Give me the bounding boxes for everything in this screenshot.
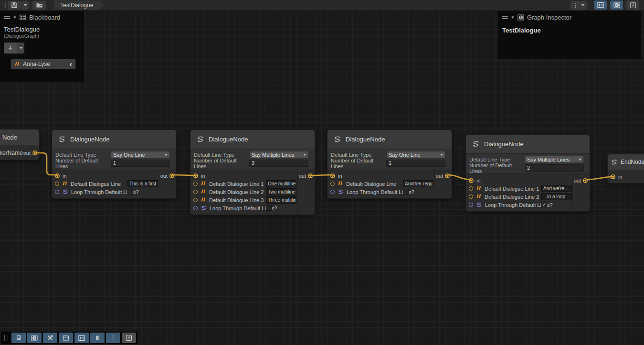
loop-port[interactable]: [193, 206, 198, 210]
node-dialogue-3[interactable]: DialogueNode Default Line Type Say One L…: [327, 129, 452, 199]
out-port[interactable]: [445, 173, 450, 178]
inspector-toggle-button[interactable]: [610, 0, 623, 10]
loop-node-icon: [201, 205, 207, 211]
dialogue-line-port[interactable]: [55, 182, 59, 186]
dialogue-line-port[interactable]: [469, 186, 473, 191]
line-type-dropdown[interactable]: Say Multiple Lines: [249, 151, 308, 158]
blackboard-icon: [78, 335, 85, 341]
inspector-button[interactable]: [27, 333, 42, 343]
line-type-dropdown[interactable]: Say One Line: [386, 151, 445, 158]
loop-checkbox[interactable]: ✓: [541, 202, 547, 207]
in-port-label: in: [618, 174, 623, 180]
node-start[interactable]: Node kerName out: [0, 129, 40, 160]
auto-process-button[interactable]: [122, 333, 136, 343]
node-dialogue-4[interactable]: DialogueNode Default Line Type Say Multi…: [465, 134, 590, 212]
chevron-down-icon: [303, 154, 306, 156]
loop-port[interactable]: [55, 190, 59, 194]
more-options-button[interactable]: ⋮: [570, 1, 587, 10]
blackboard-icon: [20, 14, 26, 21]
loop-checkbox[interactable]: [127, 189, 133, 194]
loop-checkbox[interactable]: [266, 205, 272, 211]
line-count-field[interactable]: 2: [525, 164, 584, 172]
node-dialogue-1[interactable]: DialogueNode Default Line Type Say One L…: [52, 129, 177, 199]
window-icon: [63, 335, 69, 341]
dialogue-line-port[interactable]: [193, 198, 198, 202]
toolbar-separator: [49, 1, 50, 9]
more-options-button[interactable]: ⋮: [106, 333, 120, 343]
in-port-label: in: [63, 173, 67, 179]
loop-port[interactable]: [330, 190, 335, 194]
out-port-label: out: [299, 173, 306, 179]
line-count-field[interactable]: 3: [249, 160, 308, 167]
line-type-label: Default Line Type: [466, 157, 525, 162]
in-port-label: in: [338, 173, 342, 179]
dialogue-line-field[interactable]: And we're...: [541, 185, 572, 192]
edge-dialogue2-to-dialogue3[interactable]: [311, 175, 332, 175]
dialogue-line-field[interactable]: This is a first: [127, 180, 158, 187]
auto-process-toggle-button[interactable]: [626, 0, 639, 10]
blackboard-header[interactable]: ▼ Blackboard: [0, 11, 84, 23]
top-toolbar: TestDialogue ⋮: [0, 0, 644, 11]
collapse-chevron-icon[interactable]: ‹: [70, 60, 72, 68]
out-port[interactable]: [169, 173, 174, 178]
in-port[interactable]: [469, 178, 474, 183]
line-type-dropdown[interactable]: Say Multiple Lines: [525, 156, 584, 163]
dialogue-line-field[interactable]: One multiline: [266, 180, 296, 187]
graph-inspector-panel[interactable]: ▼ Graph Inspector TestDialogue: [498, 11, 641, 59]
info-icon: [517, 14, 524, 21]
in-port[interactable]: [55, 173, 60, 178]
dialogue-line-field[interactable]: ...in a loop: [541, 193, 572, 200]
line-count-label: Number of Default Lines: [466, 162, 525, 174]
window-button[interactable]: [59, 333, 73, 343]
in-port-label: in: [476, 178, 481, 183]
toolbar-drag-handle[interactable]: [2, 2, 6, 8]
blackboard-button[interactable]: [74, 333, 89, 343]
blackboard-toggle-button[interactable]: [594, 0, 607, 10]
loop-checkbox[interactable]: [403, 189, 409, 194]
dialogue-line-label: Default Dialogue Line: [71, 181, 121, 187]
tab-testdialogue[interactable]: TestDialogue: [54, 0, 104, 10]
dialogue-line-field[interactable]: Another regu: [403, 180, 433, 187]
node-end[interactable]: EndNode in: [607, 154, 644, 183]
line-type-label: Default Line Type: [327, 152, 386, 158]
open-asset-button[interactable]: [32, 1, 46, 10]
preview-button[interactable]: [90, 333, 105, 343]
dialogue-line-port[interactable]: [330, 182, 335, 186]
add-variable-button[interactable]: +: [4, 43, 17, 54]
toolbar-drag-handle[interactable]: [4, 334, 8, 341]
node-library-button[interactable]: [11, 333, 26, 343]
line-count-label: Number of Default Lines: [190, 158, 249, 169]
kebab-icon: ⋮: [572, 3, 579, 8]
node-dialogue-2[interactable]: DialogueNode Default Line Type Say Multi…: [190, 129, 315, 215]
line-count-field[interactable]: 1: [111, 160, 170, 167]
dialogue-line-field[interactable]: Two multiline: [266, 188, 296, 195]
collapse-caret-icon[interactable]: ▼: [511, 15, 515, 20]
chevron-down-icon: [440, 154, 443, 156]
line-type-dropdown[interactable]: Say One Line: [111, 151, 170, 158]
save-options-button[interactable]: [21, 1, 29, 10]
in-port[interactable]: [330, 173, 335, 178]
line-count-field[interactable]: 1: [386, 160, 445, 167]
dialogue-line-label: Default Dialogue Line 1: [485, 186, 539, 192]
tools-button[interactable]: [43, 333, 57, 343]
quote-icon: [201, 181, 206, 186]
graph-inspector-header[interactable]: ▼ Graph Inspector: [498, 11, 641, 23]
drag-handle-icon[interactable]: [4, 16, 10, 19]
variable-name: Anna-Lyse: [23, 61, 67, 67]
save-button[interactable]: [8, 1, 21, 10]
blackboard-panel[interactable]: ▼ Blackboard TestDialogue (DialogueGraph…: [0, 11, 84, 82]
dialogue-line-port[interactable]: [193, 182, 198, 186]
add-variable-options-button[interactable]: [17, 43, 24, 54]
dialogue-line-field[interactable]: Three multilin: [266, 196, 296, 204]
dialogue-line-port[interactable]: [469, 194, 473, 199]
edge-dialogue1-to-dialogue2[interactable]: [172, 175, 195, 175]
out-port[interactable]: [583, 178, 588, 183]
variable-anna-lyse[interactable]: Anna-Lyse ‹: [11, 59, 76, 69]
lightning-icon: [126, 334, 132, 341]
loop-port[interactable]: [469, 203, 473, 207]
collapse-caret-icon[interactable]: ▼: [13, 15, 17, 20]
node-title: DialogueNode: [190, 130, 315, 149]
dialogue-line-port[interactable]: [193, 190, 198, 194]
quote-icon: [476, 186, 482, 191]
drag-handle-icon[interactable]: [502, 16, 508, 19]
